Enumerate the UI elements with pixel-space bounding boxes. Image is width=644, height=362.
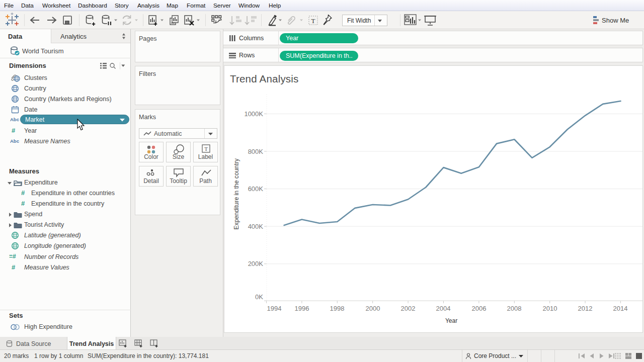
svg-text:T: T [204,146,208,152]
svg-text:T: T [311,17,315,25]
